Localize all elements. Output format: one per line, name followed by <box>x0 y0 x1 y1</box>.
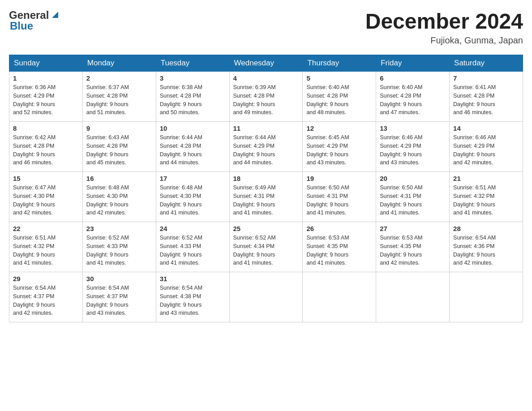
day-info: Sunrise: 6:38 AMSunset: 4:28 PMDaylight:… <box>160 84 202 116</box>
day-number: 26 <box>306 225 372 232</box>
day-info: Sunrise: 6:53 AMSunset: 4:35 PMDaylight:… <box>306 235 349 266</box>
day-info: Sunrise: 6:46 AMSunset: 4:29 PMDaylight:… <box>380 134 422 166</box>
day-number: 28 <box>453 225 519 232</box>
title-block: December 2024 Fujioka, Gunma, Japan <box>365 9 523 46</box>
table-row: 20 Sunrise: 6:50 AMSunset: 4:31 PMDaylig… <box>376 172 450 222</box>
day-number: 6 <box>380 74 446 82</box>
day-info: Sunrise: 6:44 AMSunset: 4:28 PMDaylight:… <box>160 134 202 166</box>
table-row: 6 Sunrise: 6:40 AMSunset: 4:28 PMDayligh… <box>376 72 450 122</box>
day-number: 24 <box>160 225 226 232</box>
table-row: 18 Sunrise: 6:49 AMSunset: 4:31 PMDaylig… <box>229 172 303 222</box>
day-number: 2 <box>86 74 152 82</box>
calendar-header-row: Sunday Monday Tuesday Wednesday Thursday… <box>9 55 523 72</box>
table-row: 9 Sunrise: 6:43 AMSunset: 4:28 PMDayligh… <box>82 122 156 172</box>
day-number: 16 <box>86 175 152 182</box>
day-number: 13 <box>380 124 446 132</box>
day-number: 9 <box>86 124 152 132</box>
table-row: 28 Sunrise: 6:54 AMSunset: 4:36 PMDaylig… <box>450 222 523 272</box>
col-thursday: Thursday <box>303 55 376 72</box>
day-number: 14 <box>453 124 519 132</box>
day-info: Sunrise: 6:48 AMSunset: 4:30 PMDaylight:… <box>160 184 202 216</box>
day-number: 7 <box>453 74 519 82</box>
day-info: Sunrise: 6:43 AMSunset: 4:28 PMDaylight:… <box>86 134 129 166</box>
day-info: Sunrise: 6:52 AMSunset: 4:33 PMDaylight:… <box>160 235 202 266</box>
day-number: 11 <box>233 124 299 132</box>
day-number: 18 <box>233 175 299 182</box>
svg-marker-0 <box>52 12 58 18</box>
table-row: 2 Sunrise: 6:37 AMSunset: 4:28 PMDayligh… <box>82 72 156 122</box>
day-number: 20 <box>380 175 446 182</box>
day-info: Sunrise: 6:41 AMSunset: 4:28 PMDaylight:… <box>453 84 496 116</box>
table-row <box>303 272 376 322</box>
table-row <box>450 272 523 322</box>
day-info: Sunrise: 6:39 AMSunset: 4:28 PMDaylight:… <box>233 84 276 116</box>
page-header: General Blue December 2024 Fujioka, Gunm… <box>9 9 523 46</box>
table-row <box>229 272 303 322</box>
day-info: Sunrise: 6:50 AMSunset: 4:31 PMDaylight:… <box>380 184 422 216</box>
logo-blue-text: Blue <box>10 20 33 32</box>
calendar-week-row: 8 Sunrise: 6:42 AMSunset: 4:28 PMDayligh… <box>9 122 523 172</box>
table-row: 4 Sunrise: 6:39 AMSunset: 4:28 PMDayligh… <box>229 72 303 122</box>
table-row: 7 Sunrise: 6:41 AMSunset: 4:28 PMDayligh… <box>450 72 523 122</box>
day-info: Sunrise: 6:54 AMSunset: 4:37 PMDaylight:… <box>86 285 129 316</box>
day-info: Sunrise: 6:50 AMSunset: 4:31 PMDaylight:… <box>306 184 349 216</box>
col-friday: Friday <box>376 55 450 72</box>
day-number: 27 <box>380 225 446 232</box>
table-row: 29 Sunrise: 6:54 AMSunset: 4:37 PMDaylig… <box>9 272 83 322</box>
day-number: 31 <box>160 275 226 283</box>
day-info: Sunrise: 6:47 AMSunset: 4:30 PMDaylight:… <box>13 184 56 216</box>
table-row: 15 Sunrise: 6:47 AMSunset: 4:30 PMDaylig… <box>9 172 83 222</box>
day-number: 4 <box>233 74 299 82</box>
table-row: 21 Sunrise: 6:51 AMSunset: 4:32 PMDaylig… <box>450 172 523 222</box>
day-number: 12 <box>306 124 372 132</box>
day-number: 30 <box>86 275 152 283</box>
day-info: Sunrise: 6:53 AMSunset: 4:35 PMDaylight:… <box>380 235 422 266</box>
day-info: Sunrise: 6:44 AMSunset: 4:29 PMDaylight:… <box>233 134 276 166</box>
day-info: Sunrise: 6:46 AMSunset: 4:29 PMDaylight:… <box>453 134 496 166</box>
day-info: Sunrise: 6:48 AMSunset: 4:30 PMDaylight:… <box>86 184 129 216</box>
day-info: Sunrise: 6:36 AMSunset: 4:29 PMDaylight:… <box>13 84 56 116</box>
table-row: 24 Sunrise: 6:52 AMSunset: 4:33 PMDaylig… <box>156 222 229 272</box>
logo: General Blue <box>9 9 60 32</box>
day-info: Sunrise: 6:52 AMSunset: 4:33 PMDaylight:… <box>86 235 129 266</box>
col-sunday: Sunday <box>9 55 83 72</box>
day-info: Sunrise: 6:49 AMSunset: 4:31 PMDaylight:… <box>233 184 276 216</box>
table-row: 26 Sunrise: 6:53 AMSunset: 4:35 PMDaylig… <box>303 222 376 272</box>
col-monday: Monday <box>82 55 156 72</box>
table-row: 12 Sunrise: 6:45 AMSunset: 4:29 PMDaylig… <box>303 122 376 172</box>
day-number: 15 <box>13 175 79 182</box>
table-row: 10 Sunrise: 6:44 AMSunset: 4:28 PMDaylig… <box>156 122 229 172</box>
day-info: Sunrise: 6:37 AMSunset: 4:28 PMDaylight:… <box>86 84 129 116</box>
day-info: Sunrise: 6:52 AMSunset: 4:34 PMDaylight:… <box>233 235 276 266</box>
calendar-table: Sunday Monday Tuesday Wednesday Thursday… <box>9 55 523 322</box>
table-row: 5 Sunrise: 6:40 AMSunset: 4:28 PMDayligh… <box>303 72 376 122</box>
calendar-week-row: 22 Sunrise: 6:51 AMSunset: 4:32 PMDaylig… <box>9 222 523 272</box>
day-number: 25 <box>233 225 299 232</box>
day-number: 22 <box>13 225 79 232</box>
table-row: 1 Sunrise: 6:36 AMSunset: 4:29 PMDayligh… <box>9 72 83 122</box>
calendar-week-row: 15 Sunrise: 6:47 AMSunset: 4:30 PMDaylig… <box>9 172 523 222</box>
table-row: 23 Sunrise: 6:52 AMSunset: 4:33 PMDaylig… <box>82 222 156 272</box>
day-number: 1 <box>13 74 79 82</box>
day-number: 5 <box>306 74 372 82</box>
day-info: Sunrise: 6:42 AMSunset: 4:28 PMDaylight:… <box>13 134 56 166</box>
table-row: 13 Sunrise: 6:46 AMSunset: 4:29 PMDaylig… <box>376 122 450 172</box>
day-info: Sunrise: 6:51 AMSunset: 4:32 PMDaylight:… <box>13 235 56 266</box>
table-row: 8 Sunrise: 6:42 AMSunset: 4:28 PMDayligh… <box>9 122 83 172</box>
day-number: 8 <box>13 124 79 132</box>
day-info: Sunrise: 6:51 AMSunset: 4:32 PMDaylight:… <box>453 184 496 216</box>
month-year-title: December 2024 <box>365 9 523 34</box>
table-row: 16 Sunrise: 6:48 AMSunset: 4:30 PMDaylig… <box>82 172 156 222</box>
day-info: Sunrise: 6:40 AMSunset: 4:28 PMDaylight:… <box>306 84 349 116</box>
table-row: 19 Sunrise: 6:50 AMSunset: 4:31 PMDaylig… <box>303 172 376 222</box>
calendar-week-row: 1 Sunrise: 6:36 AMSunset: 4:29 PMDayligh… <box>9 72 523 122</box>
day-number: 17 <box>160 175 226 182</box>
table-row: 22 Sunrise: 6:51 AMSunset: 4:32 PMDaylig… <box>9 222 83 272</box>
table-row: 11 Sunrise: 6:44 AMSunset: 4:29 PMDaylig… <box>229 122 303 172</box>
location-subtitle: Fujioka, Gunma, Japan <box>365 35 523 46</box>
day-info: Sunrise: 6:40 AMSunset: 4:28 PMDaylight:… <box>380 84 422 116</box>
table-row: 31 Sunrise: 6:54 AMSunset: 4:38 PMDaylig… <box>156 272 229 322</box>
calendar-week-row: 29 Sunrise: 6:54 AMSunset: 4:37 PMDaylig… <box>9 272 523 322</box>
day-info: Sunrise: 6:54 AMSunset: 4:38 PMDaylight:… <box>160 285 202 316</box>
table-row: 30 Sunrise: 6:54 AMSunset: 4:37 PMDaylig… <box>82 272 156 322</box>
